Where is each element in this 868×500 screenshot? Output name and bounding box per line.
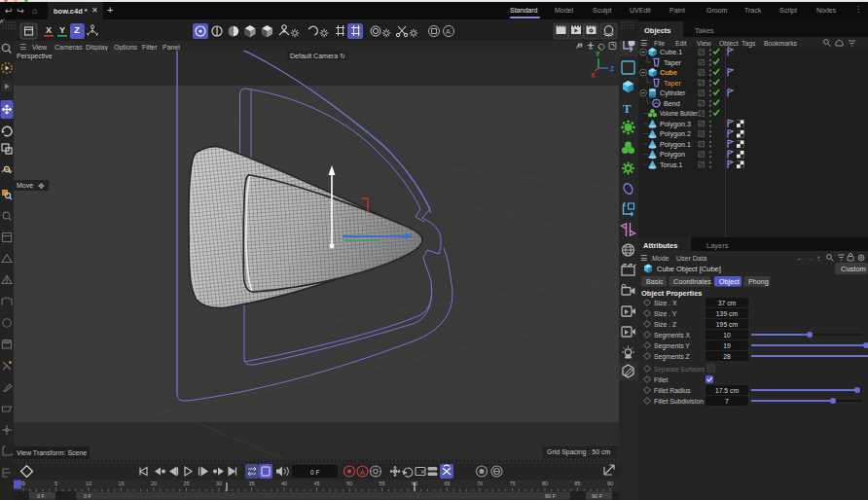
svg-text:75: 75 [509,481,515,486]
svg-text:Objects: Objects [644,26,671,35]
svg-text:0 F: 0 F [37,493,46,499]
svg-text:0: 0 [22,481,25,486]
svg-text:Fillet Radius: Fillet Radius [654,387,691,394]
svg-text:Tags: Tags [741,40,756,48]
svg-text:Polygon.2: Polygon.2 [660,129,691,138]
svg-text:Size . Y: Size . Y [654,310,677,317]
svg-text:File: File [654,40,665,47]
svg-text:Edit: Edit [675,40,687,47]
svg-text:Z: Z [610,65,615,72]
svg-text:50: 50 [346,481,352,486]
svg-text:←: ← [796,254,804,263]
svg-text:View Transform: Scene: View Transform: Scene [17,449,87,456]
svg-text:→: → [806,254,814,263]
svg-text:A: A [446,28,451,35]
svg-text:Size . Z: Size . Z [654,321,676,328]
svg-text:Bookmarks: Bookmarks [764,40,798,47]
svg-text:Y: Y [59,25,65,35]
svg-text:10: 10 [86,481,91,486]
svg-text:Polygon: Polygon [660,150,685,159]
svg-text:19: 19 [723,342,731,349]
svg-text:Fillet Subdivision: Fillet Subdivision [654,398,704,405]
svg-text:28: 28 [723,353,731,360]
svg-text:139 cm: 139 cm [716,310,739,317]
svg-text:X: X [591,72,596,79]
svg-text:↑: ↑ [816,254,820,263]
svg-text:A: A [360,469,365,476]
svg-text:Polygon.3: Polygon.3 [660,120,691,128]
svg-text:Coordinates: Coordinates [673,277,711,286]
svg-text:Segments Y: Segments Y [654,342,690,350]
svg-text:45: 45 [313,481,319,486]
svg-text:Mode: Mode [652,255,669,262]
svg-text:Volume Builder: Volume Builder [660,109,698,118]
svg-text:30: 30 [216,481,222,486]
svg-text:90: 90 [607,481,613,486]
svg-text:Y: Y [596,51,600,57]
svg-text:☰: ☰ [640,39,647,48]
svg-text:Taper: Taper [664,79,682,88]
svg-text:Object: Object [719,277,740,286]
svg-text:Cube: Cube [660,68,677,77]
svg-text:Size . X: Size . X [654,300,677,306]
svg-text:40: 40 [281,481,287,486]
svg-text:Cube Object [Cube]: Cube Object [Cube] [657,265,721,273]
svg-text:Torus.1: Torus.1 [660,161,683,169]
svg-text:55: 55 [379,481,384,486]
svg-text:Taper: Taper [664,58,682,67]
svg-text:15: 15 [118,481,124,486]
svg-text:User Data: User Data [676,255,707,262]
svg-text:☰: ☰ [640,254,647,263]
svg-text:Object Properties: Object Properties [641,289,703,298]
svg-text:Object: Object [719,40,739,48]
svg-text:Segments X: Segments X [654,332,690,339]
svg-text:90 F: 90 F [545,493,557,499]
svg-text:Grid Spacing : 50 cm: Grid Spacing : 50 cm [547,448,611,456]
svg-text:0 F: 0 F [84,493,92,499]
svg-text:Bend: Bend [664,99,680,108]
svg-text:Attributes: Attributes [643,241,677,250]
svg-text:Layers: Layers [706,241,729,250]
svg-text:View: View [697,40,711,47]
svg-text:Perspective: Perspective [17,53,53,60]
svg-text:25: 25 [183,481,189,486]
svg-text:Fillet: Fillet [654,376,668,383]
svg-text:Cube.1: Cube.1 [660,48,682,56]
svg-text:65: 65 [444,481,450,486]
svg-text:70: 70 [477,481,483,486]
svg-text:80: 80 [542,481,548,486]
svg-text:Default Camera ↻: Default Camera ↻ [290,53,345,59]
svg-text:Segments Z: Segments Z [654,353,690,361]
svg-text:✥: ✥ [38,182,45,191]
svg-text:85: 85 [574,481,580,486]
svg-text:10: 10 [723,332,731,339]
svg-text:5: 5 [54,481,57,486]
svg-text:Custom: Custom [841,265,866,273]
svg-text:Cylinder: Cylinder [660,89,686,97]
svg-text:Z: Z [74,25,80,35]
svg-text:195 cm: 195 cm [716,321,739,328]
svg-text:T: T [623,101,632,116]
svg-text:Move: Move [17,182,33,189]
svg-text:Polygon.1: Polygon.1 [660,140,691,149]
svg-text:Takes: Takes [695,26,714,35]
svg-text:7: 7 [725,398,729,405]
svg-text:37 cm: 37 cm [718,300,737,306]
svg-text:0 F: 0 F [310,469,319,476]
svg-text:35: 35 [248,481,254,486]
svg-text:20: 20 [151,481,157,486]
svg-text:90 F: 90 F [592,493,603,499]
svg-text:Basic: Basic [646,277,664,286]
svg-text:Phong: Phong [748,277,769,286]
svg-text:X: X [46,25,52,35]
svg-text:Separate Surfaces: Separate Surfaces [654,366,705,374]
svg-text:17.5 cm: 17.5 cm [715,387,740,394]
